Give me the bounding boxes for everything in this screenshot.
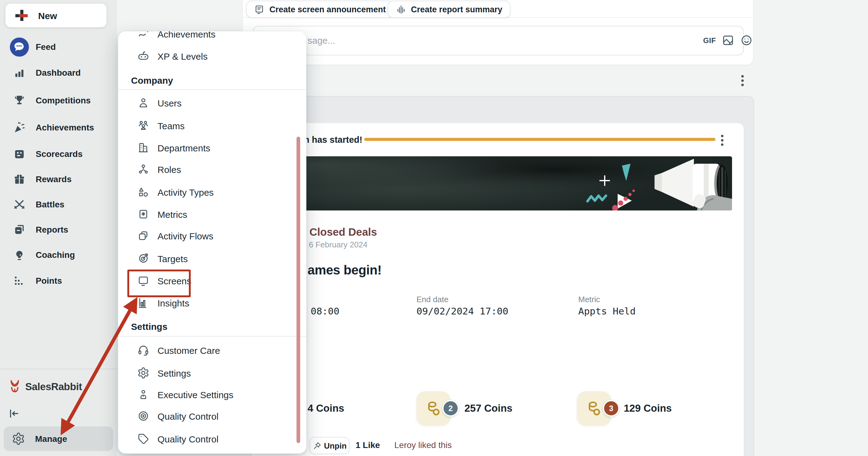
- user-icon: [137, 97, 150, 109]
- menu-item-label: Teams: [157, 120, 185, 131]
- metrics-icon: [137, 208, 150, 220]
- users-group-icon: [137, 119, 150, 132]
- sidebar-item-label: Dashboard: [36, 68, 81, 78]
- menu-item-label: Targets: [157, 253, 188, 264]
- sidebar-item-label: Feed: [36, 42, 56, 52]
- sidebar-item-competitions[interactable]: Competitions: [5, 88, 113, 113]
- confetti-icon: [9, 118, 29, 137]
- menu-item-metrics[interactable]: Metrics: [118, 203, 306, 225]
- post-menu-icon[interactable]: [721, 135, 724, 146]
- coin-entry-3-text: 129 Coins: [624, 402, 672, 414]
- create-report-summary-button[interactable]: Create report summary: [388, 1, 510, 18]
- sidebar: New Feed Dashboard Competitions Achievem…: [0, 0, 117, 456]
- post-title: Closed Deals: [309, 226, 377, 239]
- tag-icon: [137, 433, 150, 445]
- emoji-icon[interactable]: [740, 34, 753, 47]
- rabbit-icon: [8, 380, 22, 393]
- gear-icon: [137, 367, 150, 379]
- create-report-summary-label: Create report summary: [411, 5, 502, 14]
- menu-item-label: Metrics: [157, 209, 187, 219]
- like-count[interactable]: 1 Like: [355, 440, 380, 450]
- sidebar-item-rewards[interactable]: Rewards: [5, 167, 113, 191]
- sidebar-item-coaching[interactable]: Coaching: [5, 242, 113, 267]
- rank-2-badge: 2: [442, 400, 459, 417]
- menu-item-xp-levels[interactable]: XP & Levels: [118, 45, 306, 67]
- create-screen-announcement-button[interactable]: Create screen announcement: [246, 1, 394, 18]
- post-headline: ames begin!: [308, 263, 382, 277]
- sidebar-item-label: Competitions: [36, 95, 91, 105]
- menu-item-label: Activity Flows: [157, 231, 214, 241]
- menu-section-settings: Settings: [131, 321, 167, 332]
- menu-item-teams[interactable]: Teams: [118, 115, 306, 136]
- menu-item-customer-care[interactable]: Customer Care: [118, 339, 306, 361]
- image-icon[interactable]: [721, 34, 735, 47]
- pin-status-text: n has started!: [304, 135, 362, 145]
- target-arrow-icon: [137, 252, 150, 265]
- overlapping-squares-icon: [137, 230, 150, 242]
- menu-item-label: Roles: [157, 164, 181, 175]
- manage-label: Manage: [35, 434, 67, 444]
- menu-item-label: XP & Levels: [157, 51, 208, 61]
- end-date-value: 09/02/2024 17:00: [416, 306, 508, 317]
- message-placeholder: sage...: [308, 35, 335, 45]
- sidebar-item-battles[interactable]: Battles: [5, 192, 113, 217]
- gamepad-icon: [137, 50, 150, 62]
- menu-item-label: Screens: [157, 275, 191, 286]
- pin-divider-bar: [364, 138, 715, 141]
- menu-divider: [118, 89, 306, 90]
- sidebar-item-manage[interactable]: Manage: [4, 426, 113, 451]
- menu-item-targets[interactable]: Targets: [118, 247, 306, 270]
- menu-scrollbar[interactable]: [297, 136, 300, 443]
- gif-button[interactable]: GIF: [703, 36, 716, 44]
- menu-item-screens[interactable]: Screens: [118, 270, 306, 292]
- menu-item-achievements-partial[interactable]: Achievements: [118, 31, 306, 45]
- sidebar-item-points[interactable]: Points: [5, 268, 113, 293]
- menu-item-quality-control-2[interactable]: Quality Control: [118, 428, 306, 450]
- menu-item-activity-flows[interactable]: Activity Flows: [118, 224, 306, 247]
- menu-item-label: Departments: [157, 143, 210, 153]
- coin-entry-2-text: 257 Coins: [464, 402, 513, 414]
- sidebar-item-scorecards[interactable]: Scorecards: [5, 142, 113, 166]
- liked-by-text[interactable]: Leroy liked this: [394, 440, 452, 450]
- menu-item-label: Achievements: [157, 31, 215, 39]
- menu-item-label: Insights: [157, 298, 189, 308]
- shapes-icon: [137, 186, 150, 198]
- new-button-label: New: [38, 10, 57, 21]
- menu-item-label: Activity Types: [157, 187, 214, 197]
- new-button[interactable]: New: [5, 3, 107, 28]
- sidebar-item-label: Coaching: [36, 250, 75, 260]
- brand-logo: SalesRabbit: [8, 380, 82, 393]
- menu-item-label: Quality Control: [157, 411, 218, 421]
- collapse-sidebar-icon[interactable]: [8, 407, 20, 420]
- coins-icon: [424, 399, 443, 418]
- menu-item-activity-types[interactable]: Activity Types: [118, 181, 306, 203]
- sidebar-item-dashboard[interactable]: Dashboard: [5, 60, 113, 85]
- gift-icon: [9, 169, 29, 189]
- menu-item-label: Customer Care: [157, 345, 220, 355]
- sidebar-item-achievements[interactable]: Achievements: [5, 115, 113, 140]
- menu-item-settings[interactable]: Settings: [118, 362, 306, 384]
- feed-section-menu-icon[interactable]: [741, 75, 744, 87]
- user-badge-icon: [137, 388, 150, 401]
- composer-actions: GIF: [703, 34, 753, 47]
- reports-icon: [9, 220, 29, 239]
- start-date-value: 08:00: [311, 306, 339, 317]
- app-root: Create screen announcement Create report…: [0, 0, 868, 456]
- sidebar-item-reports[interactable]: Reports: [5, 217, 113, 242]
- dots-grid-icon: [9, 271, 29, 291]
- menu-item-roles[interactable]: Roles: [118, 158, 306, 180]
- announcement-banner-image: [263, 156, 732, 210]
- building-icon: [137, 142, 150, 154]
- menu-item-executive-settings[interactable]: Executive Settings: [118, 384, 306, 405]
- menu-item-departments[interactable]: Departments: [118, 136, 306, 159]
- menu-divider: [118, 336, 306, 337]
- unpin-button[interactable]: Unpin: [309, 437, 349, 454]
- menu-item-users[interactable]: Users: [118, 92, 306, 114]
- trophy-icon: [9, 90, 29, 110]
- pin-icon: [312, 441, 321, 450]
- sidebar-item-feed[interactable]: Feed: [5, 34, 113, 59]
- menu-item-insights[interactable]: Insights: [118, 292, 306, 314]
- coin-entry-1-text: 4 Coins: [308, 402, 344, 414]
- menu-item-quality-control[interactable]: Quality Control: [118, 405, 306, 427]
- metric-value: Appts Held: [578, 306, 636, 317]
